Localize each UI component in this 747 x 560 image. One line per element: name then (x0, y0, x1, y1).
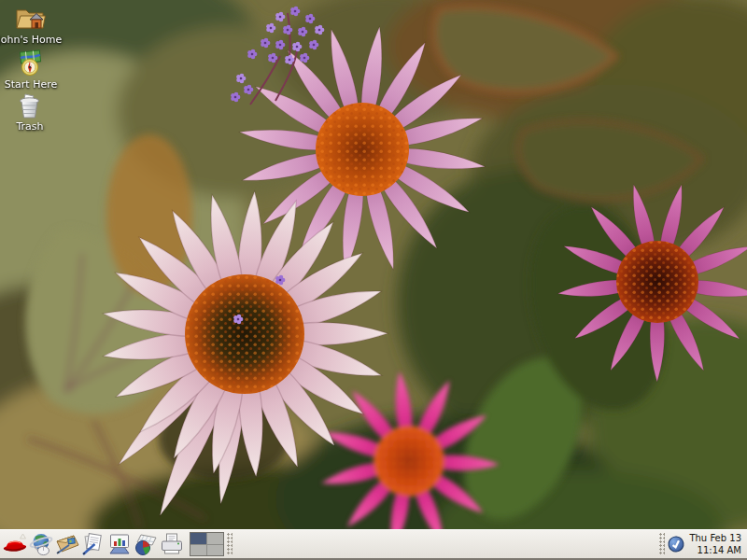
workspace-2[interactable] (207, 533, 223, 544)
trash-icon (18, 91, 42, 119)
start-here-icon (17, 49, 45, 77)
main-menu-button[interactable] (2, 531, 28, 558)
web-browser-icon (28, 531, 54, 557)
desktop-icon-label: john's Home (0, 35, 62, 45)
word-processor-icon (80, 531, 106, 557)
desktop-icon-start-here[interactable]: Start Here (1, 49, 61, 90)
system-tray: Thu Feb 13 11:14 AM (668, 532, 745, 556)
taskbar-panel: Thu Feb 13 11:14 AM (0, 529, 747, 560)
desktop-icon-trash[interactable]: Trash (0, 91, 60, 132)
clock-time: 11:14 AM (689, 544, 741, 556)
word-processor-button[interactable] (80, 531, 106, 558)
desktop: john's Home Start Here (0, 0, 747, 560)
spreadsheet-icon (133, 531, 159, 557)
presentation-icon (106, 531, 133, 557)
desktop-icon-label: Trash (16, 121, 43, 132)
workspace-switcher[interactable] (190, 532, 224, 556)
presentation-button[interactable] (106, 531, 133, 558)
update-alert-icon[interactable] (668, 536, 684, 553)
email-icon (54, 531, 80, 557)
web-browser-button[interactable] (28, 531, 54, 558)
email-button[interactable] (54, 531, 80, 558)
desktop-icon-home[interactable]: john's Home (0, 4, 60, 45)
clock-applet[interactable]: Thu Feb 13 11:14 AM (689, 532, 741, 556)
home-folder-icon (14, 4, 46, 32)
workspace-3[interactable] (190, 545, 206, 556)
wallpaper (0, 0, 747, 560)
printer-icon (159, 531, 185, 557)
print-manager-button[interactable] (159, 531, 185, 558)
workspace-4[interactable] (207, 545, 223, 556)
red-hat-menu-icon (2, 531, 28, 557)
desktop-icon-label: Start Here (5, 79, 57, 90)
tray-drag-handle[interactable] (659, 533, 665, 555)
panel-drag-handle[interactable] (227, 533, 233, 555)
spreadsheet-button[interactable] (133, 531, 159, 558)
clock-date: Thu Feb 13 (689, 532, 741, 544)
workspace-1[interactable] (190, 533, 206, 544)
